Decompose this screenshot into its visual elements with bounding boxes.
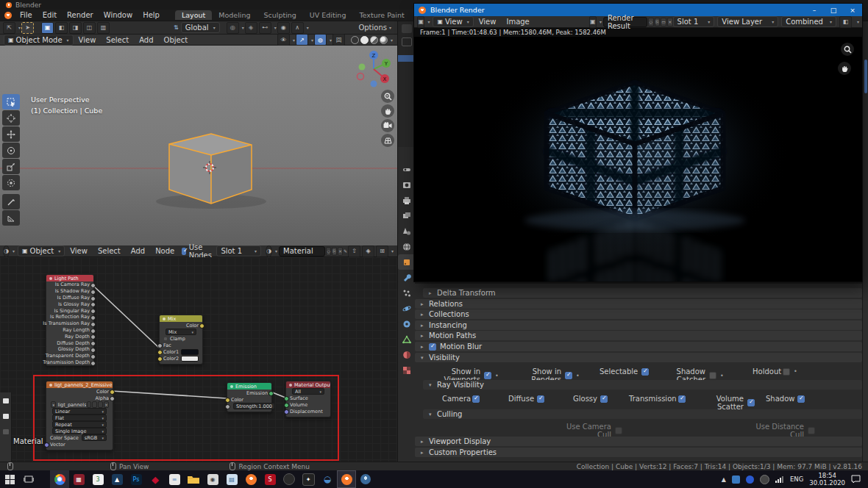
select-mode-intersect-icon[interactable]: ▥ (97, 22, 110, 34)
ortho-grid-icon[interactable] (381, 134, 394, 147)
node-material-output[interactable]: Material Output All▾ Surface Volume Disp… (285, 381, 331, 417)
node-emission-header[interactable]: Emission (227, 383, 271, 390)
shading-solid-icon[interactable] (360, 36, 369, 44)
show-hide-dropdown-icon[interactable]: 👁 (277, 34, 290, 46)
photos-app-icon[interactable]: ◉ (203, 470, 222, 488)
panel-collections[interactable]: ▸Collections (415, 309, 862, 319)
use-distance-cull-checkbox[interactable] (808, 427, 815, 434)
tab-constraints[interactable] (398, 316, 415, 331)
sh-menu-view[interactable]: View (65, 247, 93, 255)
image-close-icon[interactable]: × (667, 18, 673, 26)
node-material-output-header[interactable]: Material Output (286, 381, 330, 388)
select-mode-new-icon[interactable]: ▣ (41, 22, 54, 34)
tool-transform[interactable] (2, 175, 20, 190)
motion-blur-checkbox[interactable] (429, 343, 436, 351)
tool-rotate[interactable] (2, 143, 20, 158)
use-nodes-checkbox[interactable] (182, 248, 186, 255)
outliner-editor-icon[interactable] (402, 24, 412, 33)
task-view-button[interactable] (19, 470, 38, 488)
panel-relations[interactable]: ▸Relations (415, 299, 862, 309)
material-name-field[interactable]: Material (279, 246, 325, 256)
render-pass-dropdown[interactable]: Combined▾ (781, 16, 836, 27)
tab-render[interactable] (398, 177, 415, 193)
tab-view-layer[interactable] (398, 208, 415, 223)
photoshop-icon[interactable]: Ps (127, 470, 146, 488)
menu-window[interactable]: Window (99, 11, 138, 19)
blender-icon[interactable] (241, 470, 260, 488)
color-space-dropdown[interactable]: sRGB▾ (82, 434, 107, 441)
render-result-image[interactable] (414, 37, 862, 281)
red-diamond-app-icon[interactable]: ◆ (146, 470, 165, 488)
red-app-icon[interactable]: ▦ (69, 470, 88, 488)
socket-color-output[interactable] (199, 323, 204, 329)
select-mode-subtract-icon[interactable]: ◨ (69, 22, 82, 34)
sidebar-tab-material[interactable]: Material (13, 437, 43, 445)
socket-surface-input[interactable] (284, 396, 289, 401)
render-slot-dropdown[interactable]: Slot 1▾ (673, 16, 715, 27)
node-image-texture[interactable]: ligt_pannels_2_Emissive.png Color Alpha … (46, 381, 113, 451)
show-in-viewports-checkbox[interactable] (484, 372, 491, 379)
tray-clock[interactable]: 18:54 30.01.2020 (809, 472, 845, 487)
shader-type-dropdown[interactable]: ▣Object▾ (18, 245, 65, 256)
panel-custom-properties[interactable]: ▸Custom Properties (415, 448, 862, 457)
tool-annotate[interactable] (2, 194, 20, 209)
image-open-folder-icon[interactable] (98, 401, 103, 408)
panel-instancing[interactable]: ▸Instancing (415, 320, 862, 330)
socket-volume-input[interactable] (284, 403, 289, 408)
outliner-filter-icon[interactable] (402, 37, 412, 46)
tool-selector-icon[interactable]: ⇱ (3, 22, 15, 34)
shading-rendered-icon[interactable] (380, 36, 388, 44)
node-light-path[interactable]: Light Path Is Camera Ray Is Shadow Ray I… (46, 274, 94, 366)
menu-edit[interactable]: Edit (38, 11, 62, 19)
chrome-icon[interactable] (50, 470, 69, 488)
image-unlink-icon[interactable]: × (104, 401, 109, 408)
dark-round-app-icon[interactable] (280, 470, 299, 488)
orientation-dropdown[interactable]: Global▾ (181, 22, 220, 33)
panel-visibility[interactable]: ▾Visibility (415, 353, 862, 362)
node-image-texture-header[interactable]: ligt_pannels_2_Emissive.png (46, 381, 113, 388)
editor-type-image-icon[interactable]: ▣ (417, 16, 424, 28)
image-folder-icon[interactable]: ▭ (661, 18, 666, 26)
slot-dropdown[interactable]: Slot 1▾ (216, 245, 261, 256)
shader-editor[interactable]: Light Path Is Camera Ray Is Shadow Ray I… (0, 257, 397, 462)
select-mode-invert-icon[interactable]: ◫ (83, 22, 96, 34)
tab-material[interactable] (398, 347, 415, 362)
notes-app-icon[interactable]: ≡ (165, 470, 184, 488)
ray-glossy-checkbox[interactable] (600, 395, 608, 403)
socket-color1-input[interactable] (157, 350, 163, 355)
blender-active-icon[interactable] (337, 470, 356, 488)
gizmo-toggle-icon[interactable]: ↗ (296, 34, 308, 46)
navigation-gizmo[interactable]: Z Y X (352, 47, 394, 90)
image-browse-icon[interactable]: ▾ (51, 401, 56, 408)
ray-camera-checkbox[interactable] (472, 395, 480, 403)
socket-color-input[interactable] (225, 398, 230, 403)
render-window[interactable]: Blender Render – □ × ▣▾ ▣View▾ View Imag… (414, 4, 862, 281)
extension-dropdown[interactable]: Repeat▾ (52, 421, 107, 428)
image-zoom-icon[interactable] (841, 43, 854, 56)
sh-menu-add[interactable]: Add (126, 247, 150, 255)
tab-object[interactable] (398, 254, 415, 270)
img-menu-view[interactable]: View (474, 18, 502, 26)
tray-app-icon-3[interactable] (760, 475, 769, 484)
selectable-checkbox[interactable] (641, 368, 649, 376)
display-channels-icon[interactable]: ◧ (839, 16, 852, 28)
sh-menu-select[interactable]: Select (93, 247, 126, 255)
menu-file[interactable]: File (15, 11, 38, 19)
substance-app-icon[interactable]: S (260, 470, 280, 488)
workspace-tab-modeling[interactable]: Modeling (212, 10, 257, 20)
file-explorer-icon[interactable] (184, 470, 203, 488)
workspace-tab-layout[interactable]: Layout (175, 10, 212, 20)
panel-ray-visibility[interactable]: ▾Ray Visibility (423, 380, 862, 390)
panel-delta-transform[interactable]: ▸Delta Transform (423, 288, 862, 298)
ray-transmission-checkbox[interactable] (678, 395, 686, 403)
snap-target-icon[interactable]: ⊷ (259, 22, 271, 34)
tab-scene[interactable] (398, 223, 415, 239)
blue-doc-app-icon[interactable]: ▤ (222, 470, 241, 488)
vp-menu-view[interactable]: View (74, 36, 102, 44)
color2-swatch[interactable] (181, 356, 199, 362)
tab-world[interactable] (398, 239, 415, 254)
minimize-button[interactable]: – (805, 4, 824, 16)
node-light-path-header[interactable]: Light Path (46, 275, 93, 281)
image-app-icon[interactable]: ▲ (107, 470, 127, 488)
maximize-button[interactable]: □ (824, 4, 843, 16)
